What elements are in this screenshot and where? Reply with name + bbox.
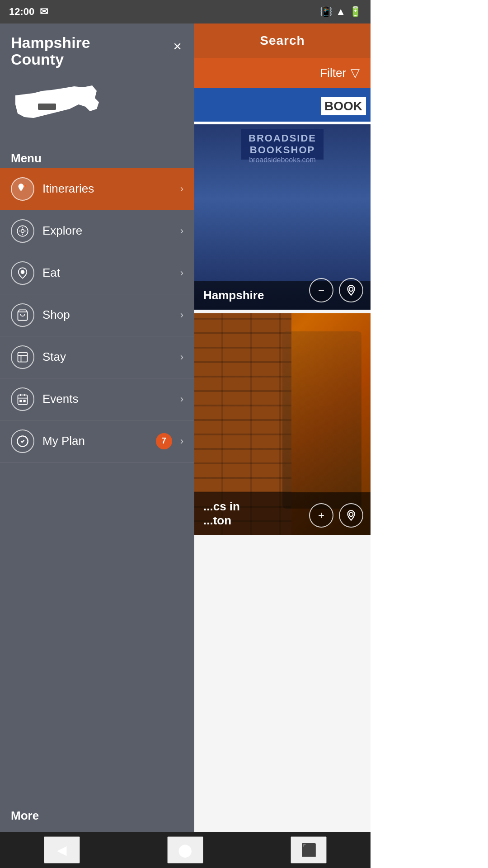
svg-rect-20 <box>23 400 25 402</box>
card-actions-2: + <box>309 503 363 528</box>
vibrate-icon: 📳 <box>320 6 332 18</box>
sidebar-item-stay[interactable]: Stay › <box>0 336 194 378</box>
location-button-1[interactable] <box>339 278 363 302</box>
explore-label: Explore <box>42 224 172 238</box>
svg-marker-2 <box>15 85 97 118</box>
svg-point-9 <box>21 229 24 232</box>
myplan-badge: 7 <box>156 433 172 449</box>
itineraries-icon: 8 <box>11 177 34 201</box>
itineraries-label: Itineraries <box>42 182 172 196</box>
sidebar-item-myplan[interactable]: My Plan 7 › <box>0 420 194 462</box>
events-icon <box>11 387 34 411</box>
card-actions-1: − <box>309 278 363 302</box>
filter-label: Filter <box>320 66 346 80</box>
card-bookshop: BOOK BROADSIDEBOOKSHOP broadsidebooks.co… <box>194 88 371 310</box>
message-icon: ✉ <box>40 6 48 18</box>
massachusetts-logo <box>11 77 101 136</box>
filter-icon: ▽ <box>351 66 360 80</box>
explore-chevron: › <box>180 225 183 237</box>
menu-label: Menu <box>0 147 194 168</box>
status-left: 12:00 ✉ <box>9 6 48 18</box>
bottom-nav: ◀ ⬤ ⬛ <box>0 832 371 868</box>
book-label: BOOK <box>321 97 366 115</box>
svg-point-0 <box>349 288 353 292</box>
status-bar: 12:00 ✉ 📳 ▲ 🔋 <box>0 0 371 24</box>
itineraries-chevron: › <box>180 183 183 195</box>
svg-point-1 <box>349 513 353 517</box>
shop-label: Shop <box>42 308 172 322</box>
svg-rect-4 <box>38 104 56 110</box>
bookshop-sign: BROADSIDEBOOKSHOP <box>241 129 324 160</box>
add-button[interactable]: + <box>309 503 333 528</box>
sidebar-item-events[interactable]: Events › <box>0 378 194 420</box>
svg-rect-15 <box>18 395 28 404</box>
sidebar-header: HampshireCounty × <box>0 24 194 73</box>
stay-chevron: › <box>180 351 183 363</box>
myplan-icon <box>11 429 34 453</box>
home-button[interactable]: ⬤ <box>167 836 203 863</box>
eat-label: Eat <box>42 266 172 280</box>
stay-icon <box>11 345 34 369</box>
sidebar-item-explore[interactable]: Explore › <box>0 210 194 252</box>
eat-icon <box>11 261 34 285</box>
battery-icon: 🔋 <box>349 6 361 18</box>
svg-rect-19 <box>20 400 22 402</box>
sidebar-item-eat[interactable]: Eat › <box>0 252 194 294</box>
svg-rect-12 <box>18 352 28 362</box>
stay-label: Stay <box>42 350 172 364</box>
eat-chevron: › <box>180 267 183 279</box>
search-button[interactable]: Search <box>194 24 371 58</box>
sidebar: HampshireCounty × Menu 8 Itineraries <box>0 24 194 832</box>
app-title: HampshireCounty <box>11 34 90 68</box>
events-label: Events <box>42 392 172 406</box>
shop-chevron: › <box>180 309 183 321</box>
svg-point-10 <box>21 270 24 274</box>
shop-icon <box>11 303 34 327</box>
menu-items: 8 Itineraries › Explore › <box>0 168 194 462</box>
location-button-2[interactable] <box>339 503 363 528</box>
wifi-icon: ▲ <box>336 6 346 18</box>
svg-text:8: 8 <box>24 185 25 187</box>
sidebar-item-shop[interactable]: Shop › <box>0 294 194 336</box>
logo-area <box>0 73 194 147</box>
person-area <box>282 331 362 509</box>
remove-button[interactable]: − <box>309 278 333 302</box>
card-restaurant: ...cs in...ton + <box>194 313 371 535</box>
sidebar-item-itineraries[interactable]: 8 Itineraries › <box>0 168 194 210</box>
bookshop-bg: BOOK BROADSIDEBOOKSHOP broadsidebooks.co… <box>194 88 371 310</box>
recent-button[interactable]: ⬛ <box>291 836 327 863</box>
explore-icon <box>11 219 34 243</box>
myplan-label: My Plan <box>42 434 148 448</box>
main-content: Search Filter ▽ BOOK BROADSIDEBOOKSHOP b… <box>194 24 371 832</box>
status-time: 12:00 <box>9 6 34 18</box>
status-right: 📳 ▲ 🔋 <box>320 6 361 18</box>
card-title-1: Hampshire <box>203 288 264 302</box>
bookshop-url: broadsidebooks.com <box>249 156 316 164</box>
events-chevron: › <box>180 393 183 405</box>
filter-button[interactable]: Filter ▽ <box>194 58 371 88</box>
close-button[interactable]: × <box>171 36 183 57</box>
myplan-chevron: › <box>180 435 183 447</box>
back-button[interactable]: ◀ <box>44 836 80 863</box>
card-title-2: ...cs in...ton <box>203 500 240 527</box>
more-label: More <box>0 800 50 832</box>
